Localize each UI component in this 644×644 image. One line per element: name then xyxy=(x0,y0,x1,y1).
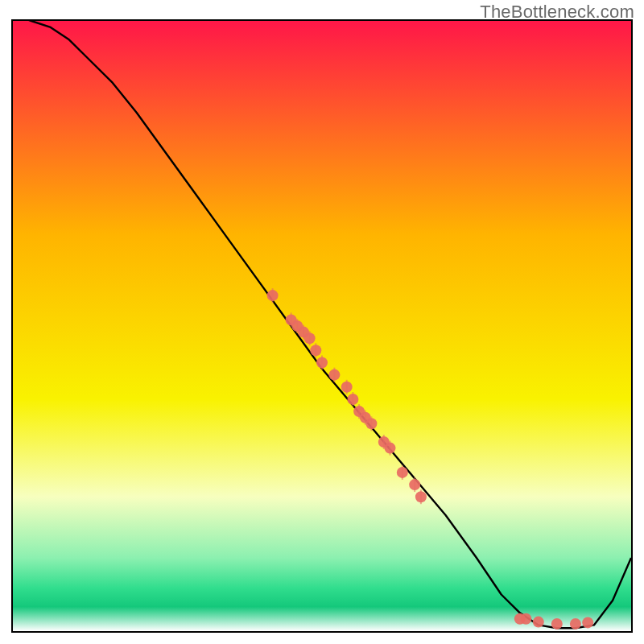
data-point xyxy=(267,290,279,301)
data-point xyxy=(347,394,358,405)
data-point xyxy=(409,479,420,490)
data-point xyxy=(520,613,531,625)
data-point xyxy=(385,443,396,454)
data-point xyxy=(304,332,316,344)
data-point xyxy=(551,618,563,630)
data-point xyxy=(316,357,328,369)
data-point xyxy=(310,345,321,356)
data-point xyxy=(415,491,427,502)
data-point xyxy=(397,467,408,478)
data-point xyxy=(328,369,340,381)
data-point xyxy=(570,618,581,630)
plot-area xyxy=(11,19,633,633)
data-point xyxy=(582,617,593,628)
data-point xyxy=(533,617,544,628)
chart-stage: TheBottleneck.com xyxy=(0,0,644,644)
data-point xyxy=(365,418,377,429)
data-point xyxy=(341,382,353,393)
chart-svg xyxy=(13,21,631,631)
gradient-background xyxy=(13,21,631,631)
